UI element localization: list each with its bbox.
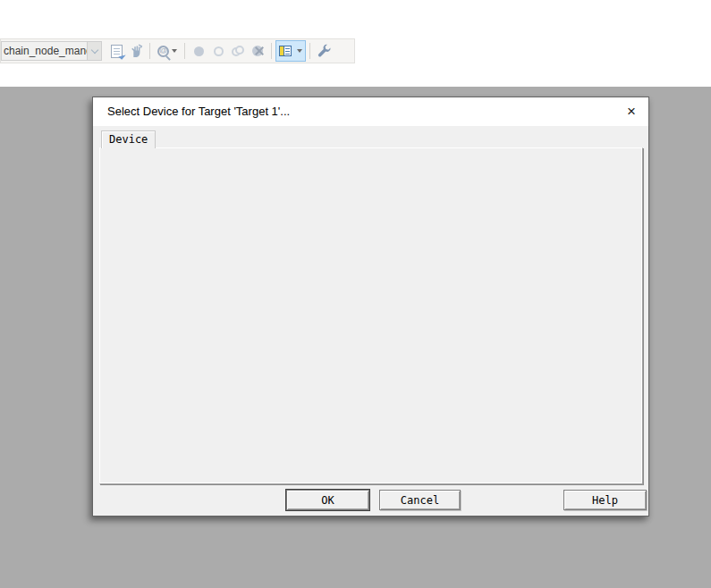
breakpoint-enable-button[interactable] [208, 41, 228, 61]
toolbar-separator [184, 43, 185, 59]
breakpoint-insert-button[interactable] [189, 41, 208, 61]
chevron-down-icon [172, 49, 177, 53]
toolbar-separator [271, 43, 272, 59]
project-windows-button[interactable] [275, 40, 306, 62]
configure-button[interactable] [314, 41, 334, 61]
breakpoint-enable-icon [214, 46, 224, 56]
ok-button[interactable]: OK [286, 490, 369, 510]
document-properties-button[interactable] [106, 41, 126, 61]
project-windows-icon [279, 46, 292, 56]
toolbar-separator [149, 43, 150, 59]
target-selector-combobox[interactable]: chain_node_maneg [1, 41, 102, 61]
chevron-down-icon [90, 46, 97, 53]
configure-wrench-icon [317, 44, 332, 59]
chevron-down-icon [297, 49, 302, 53]
hand-pan-button[interactable] [126, 41, 146, 61]
find-in-files-icon [157, 46, 169, 57]
hand-pan-icon [129, 44, 144, 59]
find-in-files-button[interactable] [154, 41, 181, 61]
breakpoint-kill-all-button[interactable] [248, 41, 267, 61]
breakpoint-disable-all-button[interactable] [228, 41, 248, 61]
dialog-title: Select Device for Target 'Target 1'... [107, 105, 290, 118]
document-properties-icon [111, 45, 123, 58]
breakpoint-insert-icon [194, 46, 204, 56]
toolbar-separator [309, 43, 310, 59]
screen: chain_node_maneg Select Device for Targe… [0, 0, 711, 588]
tab-device[interactable]: Device [101, 130, 156, 148]
select-device-dialog: Select Device for Target 'Target 1'... ×… [92, 97, 649, 517]
target-selector-dropdown-button[interactable] [87, 42, 101, 60]
breakpoint-kill-all-icon [252, 46, 263, 56]
device-tab-panel [99, 147, 643, 484]
close-icon[interactable]: × [622, 102, 641, 122]
help-button[interactable]: Help [563, 490, 647, 510]
dialog-titlebar[interactable]: Select Device for Target 'Target 1'... × [93, 97, 648, 126]
target-selector-value: chain_node_maneg [2, 45, 87, 57]
main-toolbar: chain_node_maneg [0, 38, 355, 63]
cancel-button[interactable]: Cancel [379, 490, 461, 510]
breakpoint-disable-all-icon [232, 46, 244, 56]
